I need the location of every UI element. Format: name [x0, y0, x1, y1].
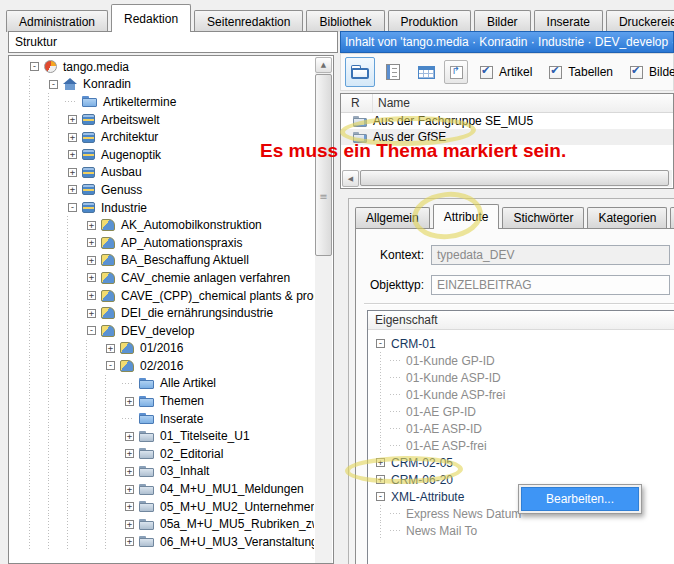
tree-item-tango-media[interactable]: -tango.media — [9, 58, 314, 76]
expander-plus-icon[interactable]: + — [87, 309, 96, 318]
tree-item-konradin[interactable]: -Konradin — [9, 76, 314, 94]
tab-attribute[interactable]: Attribute — [433, 204, 500, 229]
expander-plus-icon[interactable]: + — [87, 273, 96, 282]
property-crm-01[interactable]: -CRM-01 — [368, 335, 674, 352]
tab-bilder[interactable]: Bilder — [474, 10, 531, 32]
property-news-mail-to[interactable]: News Mail To — [368, 522, 674, 539]
property-01-kunde-gp-id[interactable]: 01-Kunde GP-ID — [368, 352, 674, 369]
tab-redaktion[interactable]: Redaktion — [111, 4, 191, 32]
expander-minus-icon[interactable]: - — [87, 326, 96, 335]
tree-item-06-m-u-mu3-veranstaltunge[interactable]: +06_M+U_MU3_Veranstaltunge... — [9, 533, 314, 551]
tree-item-dei-die-ern-hrungsindustrie[interactable]: +DEI_die ernährungsindustrie — [9, 304, 314, 322]
export-button[interactable] — [444, 60, 468, 84]
menu-item-bearbeiten[interactable]: Bearbeiten... — [521, 487, 639, 511]
tree-item-01-2016[interactable]: +01/2016 — [9, 340, 314, 358]
list-row-aus-der-fachgruppe-se-mu5[interactable]: Aus der Fachgruppe SE_MU5 — [341, 113, 673, 129]
expander-plus-icon[interactable]: + — [87, 291, 96, 300]
tab-druckereien[interactable]: Druckereien — [606, 10, 674, 32]
tree-item-dev-develop[interactable]: -DEV_develop — [9, 322, 314, 340]
kontext-input[interactable]: typedata_DEV — [431, 245, 670, 265]
expander-minus-icon[interactable]: - — [30, 62, 39, 71]
tree-item-04-m-u-mu1-meldungen[interactable]: +04_M+U_MU1_Meldungen — [9, 480, 314, 498]
tree-item-ausbau[interactable]: +Ausbau — [9, 164, 314, 182]
folder-view-button[interactable] — [345, 57, 375, 87]
property-01-kunde-asp-frei[interactable]: 01-Kunde ASP-frei — [368, 386, 674, 403]
property-01-ae-asp-id[interactable]: 01-AE ASP-ID — [368, 420, 674, 437]
list-view-button[interactable] — [378, 57, 408, 87]
tab-inserate[interactable]: Inserate — [534, 10, 603, 32]
expander-plus-icon[interactable]: + — [125, 397, 134, 406]
tree-item-genuss[interactable]: +Genuss — [9, 181, 314, 199]
expander-plus-icon[interactable]: + — [68, 150, 77, 159]
scroll-left-arrow-icon[interactable]: ◀ — [342, 170, 359, 187]
tree-item-arbeitswelt[interactable]: +Arbeitswelt — [9, 111, 314, 129]
expander-minus-icon[interactable]: - — [376, 492, 385, 501]
table-view-button[interactable] — [411, 57, 441, 87]
expander-plus-icon[interactable]: + — [125, 467, 134, 476]
tree-item-03-inhalt[interactable]: +03_Inhalt — [9, 463, 314, 481]
tree-item-industrie[interactable]: -Industrie — [9, 199, 314, 217]
properties-header[interactable]: Eigenschaft — [368, 311, 674, 330]
expander-plus-icon[interactable]: + — [87, 238, 96, 247]
filter-checkbox-artikel[interactable]: Artikel — [480, 65, 532, 79]
expander-plus-icon[interactable]: + — [125, 432, 134, 441]
tree-item-inserate[interactable]: Inserate — [9, 410, 314, 428]
tree-item-ap-automationspraxis[interactable]: +AP_Automationspraxis — [9, 234, 314, 252]
expander-plus-icon[interactable]: + — [125, 485, 134, 494]
tree-item-05-m-u-mu2-unternehmen[interactable]: +05_M+U_MU2_Unternehmen — [9, 498, 314, 516]
tree-item-02-2016[interactable]: -02/2016 — [9, 357, 314, 375]
tree-item-architektur[interactable]: +Architektur — [9, 128, 314, 146]
expander-minus-icon[interactable]: - — [106, 361, 115, 370]
expander-plus-icon[interactable]: + — [87, 221, 96, 230]
column-header-name[interactable]: Name — [373, 94, 673, 112]
expander-minus-icon[interactable]: - — [49, 80, 58, 89]
tree-vertical-scrollbar[interactable]: ▲ — [315, 57, 332, 563]
expander-plus-icon[interactable]: + — [106, 344, 115, 353]
filter-checkbox-tabellen[interactable]: Tabellen — [549, 65, 613, 79]
tree-item-cave-cpp-chemical-plants-proces[interactable]: +CAVE_(CPP)_chemical plants & proces... — [9, 287, 314, 305]
tree-item-themen[interactable]: +Themen — [9, 392, 314, 410]
column-header-r[interactable]: R — [341, 94, 373, 112]
list-horizontal-scrollbar[interactable]: ◀ — [342, 170, 672, 187]
expander-plus-icon[interactable]: + — [125, 449, 134, 458]
property-crm-02-05[interactable]: +CRM-02-05 — [368, 454, 674, 471]
expander-plus-icon[interactable]: + — [68, 133, 77, 142]
expander-plus-icon[interactable]: + — [125, 520, 134, 529]
property-01-ae-asp-frei[interactable]: 01-AE ASP-frei — [368, 437, 674, 454]
expander-plus-icon[interactable]: + — [68, 115, 77, 124]
tree-item-ak-automobilkonstruktion[interactable]: +AK_Automobilkonstruktion — [9, 216, 314, 234]
tree-item-artikeltermine[interactable]: Artikeltermine — [9, 93, 314, 111]
tab-bibliothek[interactable]: Bibliothek — [306, 10, 384, 32]
expander-plus-icon[interactable]: + — [376, 475, 385, 484]
expander-minus-icon[interactable]: - — [376, 339, 385, 348]
tree-item-augenoptik[interactable]: +Augenoptik — [9, 146, 314, 164]
expander-minus-icon[interactable]: - — [68, 203, 77, 212]
checkbox-icon[interactable] — [480, 66, 493, 79]
checkbox-icon[interactable] — [549, 66, 562, 79]
tab-stichw-rter[interactable]: Stichwörter — [502, 207, 584, 228]
checkbox-icon[interactable] — [630, 66, 643, 79]
property-01-kunde-asp-id[interactable]: 01-Kunde ASP-ID — [368, 369, 674, 386]
scrollbar-thumb[interactable] — [315, 74, 332, 256]
tree-item-ba-beschaffung-aktuell[interactable]: +BA_Beschaffung Aktuell — [9, 252, 314, 270]
objekttyp-input[interactable]: EINZELBEITRAG — [431, 275, 670, 295]
tab-beschre[interactable]: Beschre — [670, 207, 674, 228]
tree-item-02-editorial[interactable]: +02_Editorial — [9, 445, 314, 463]
tree-item-05a-m-u-mu5-rubriken-zwi[interactable]: +05a_M+U_MU5_Rubriken_zwi... — [9, 515, 314, 533]
list-row-aus-der-gfse[interactable]: Aus der GfSE — [341, 129, 673, 145]
tab-produktion[interactable]: Produktion — [388, 10, 471, 32]
expander-plus-icon[interactable]: + — [376, 458, 385, 467]
expander-plus-icon[interactable]: + — [125, 502, 134, 511]
expander-plus-icon[interactable]: + — [125, 537, 134, 546]
tree-item-alle-artikel[interactable]: Alle Artikel — [9, 375, 314, 393]
tree-item-01-titelseite-u1[interactable]: +01_Titelseite_U1 — [9, 427, 314, 445]
tab-administration[interactable]: Administration — [6, 10, 108, 32]
tab-seitenredaktion[interactable]: Seitenredaktion — [194, 10, 303, 32]
tab-kategorien[interactable]: Kategorien — [587, 207, 667, 228]
property-01-ae-gp-id[interactable]: 01-AE GP-ID — [368, 403, 674, 420]
tree-item-cav-chemie-anlagen-verfahren[interactable]: +CAV_chemie anlagen verfahren — [9, 269, 314, 287]
filter-checkbox-bilder[interactable]: Bilder — [630, 65, 674, 79]
tab-allgemein[interactable]: Allgemein — [355, 207, 430, 228]
scrollbar-thumb[interactable] — [360, 170, 669, 186]
scroll-up-arrow-icon[interactable]: ▲ — [315, 57, 332, 73]
